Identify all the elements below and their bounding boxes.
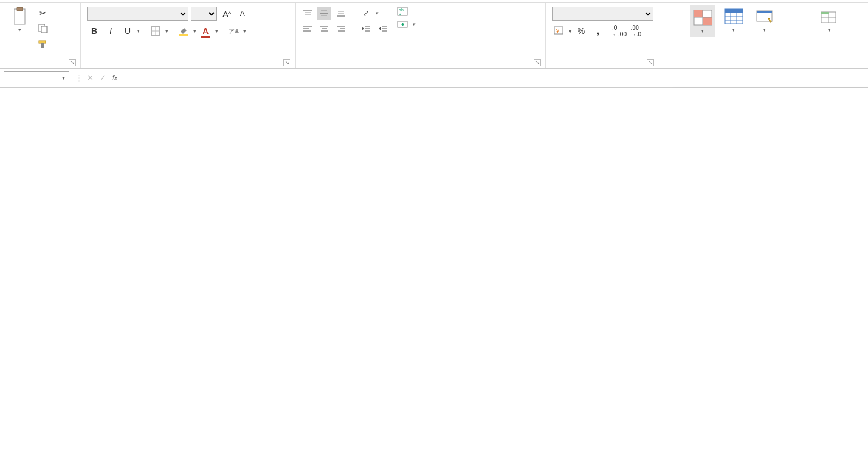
percent-button[interactable]: %: [574, 24, 588, 38]
svg-rect-46: [694, 10, 703, 17]
dotted-handle-icon: ⋮: [75, 73, 81, 82]
fx-icon[interactable]: fx: [112, 73, 117, 82]
merge-center-button[interactable]: ▾: [397, 20, 416, 29]
cut-button[interactable]: ✂: [36, 7, 50, 20]
align-right-button[interactable]: [334, 22, 348, 35]
bucket-icon: [178, 26, 189, 36]
cell-styles-icon: [755, 7, 775, 27]
phonetic-button[interactable]: ア亜: [227, 24, 241, 38]
currency-icon: ¥: [554, 26, 565, 36]
number-launcher[interactable]: ↘: [647, 59, 654, 66]
align-bottom-button[interactable]: [334, 7, 348, 20]
svg-rect-61: [822, 12, 829, 14]
svg-rect-57: [757, 11, 772, 13]
svg-marker-33: [379, 27, 381, 30]
svg-text:¥: ¥: [556, 28, 560, 34]
font-size-select[interactable]: [191, 7, 217, 21]
group-label-styles: [663, 56, 804, 67]
svg-rect-51: [725, 9, 743, 13]
format-as-table-button[interactable]: ▾: [721, 5, 746, 35]
svg-rect-3: [41, 26, 47, 33]
align-left-button[interactable]: [300, 22, 315, 35]
svg-marker-9: [181, 28, 187, 34]
wrap-text-button[interactable]: abc: [397, 7, 416, 16]
align-launcher[interactable]: ↘: [534, 59, 541, 66]
decrease-font-button[interactable]: Aˇ: [236, 7, 250, 20]
inc-decimal-button[interactable]: .0←.00: [612, 24, 627, 38]
conditional-format-button[interactable]: ▾: [690, 5, 715, 37]
currency-button[interactable]: ¥: [552, 24, 566, 38]
scissors-icon: ✂: [39, 8, 46, 18]
svg-rect-4: [39, 41, 46, 43]
wrap-icon: abc: [397, 7, 408, 16]
copy-button[interactable]: [36, 22, 50, 35]
svg-marker-42: [402, 23, 404, 26]
svg-text:c: c: [399, 11, 401, 15]
align-center-button[interactable]: [317, 22, 331, 35]
svg-rect-5: [41, 43, 44, 48]
insert-cells-button[interactable]: ▾: [817, 5, 842, 35]
svg-rect-0: [14, 9, 25, 24]
font-color-button[interactable]: A: [199, 24, 213, 38]
cancel-formula-button[interactable]: ✕: [87, 73, 94, 82]
increase-font-button[interactable]: A^: [219, 7, 234, 20]
svg-rect-47: [703, 17, 712, 25]
font-name-select[interactable]: [87, 7, 188, 21]
name-box[interactable]: ▾: [4, 71, 69, 85]
chevron-down-icon: ▾: [62, 74, 65, 81]
table-icon: [724, 7, 744, 27]
conditional-format-icon: [693, 8, 713, 28]
merge-icon: [397, 20, 408, 29]
formula-bar: ▾ ⋮ ✕ ✓ fx: [0, 69, 868, 88]
svg-rect-1: [17, 7, 23, 11]
chevron-down-icon: ▾: [18, 27, 21, 33]
underline-button[interactable]: U: [120, 24, 135, 38]
border-button[interactable]: [148, 24, 163, 38]
copy-icon: [38, 24, 48, 33]
group-label-cells: [812, 56, 847, 67]
orientation-button[interactable]: ⤢: [359, 7, 373, 20]
group-font: A^ Aˇ B I U ▾ ▾ ▾ A ▾ ア亜 ▾ ↘: [81, 3, 296, 68]
svg-rect-10: [179, 34, 188, 36]
clipboard-launcher[interactable]: ↘: [69, 59, 76, 66]
number-format-select[interactable]: [552, 7, 653, 21]
group-number: ¥▾ % , .0←.00 .00→.0 ↘: [546, 3, 659, 68]
align-middle-button[interactable]: [317, 7, 331, 20]
group-align: ⤢▾ abc ▾: [296, 3, 546, 68]
group-cells: ▾: [808, 3, 850, 68]
group-clipboard: ▾ ✂ ↘: [4, 3, 81, 68]
insert-cells-icon: [819, 7, 839, 27]
border-icon: [151, 26, 160, 36]
dec-decimal-button[interactable]: .00→.0: [629, 24, 643, 38]
group-styles: ▾ ▾ ▾: [659, 3, 808, 68]
fill-color-button[interactable]: [176, 24, 191, 38]
svg-marker-29: [362, 27, 364, 30]
paste-button[interactable]: ▾: [7, 5, 32, 35]
format-painter-button[interactable]: [36, 38, 50, 51]
font-launcher[interactable]: ↘: [283, 59, 290, 66]
brush-icon: [38, 39, 48, 49]
indent-inc-button[interactable]: [376, 22, 390, 35]
paste-icon: [10, 7, 30, 27]
indent-dec-button[interactable]: [359, 22, 373, 35]
cell-styles-button[interactable]: ▾: [752, 5, 777, 35]
accept-formula-button[interactable]: ✓: [100, 73, 106, 82]
align-top-button[interactable]: [300, 7, 315, 20]
italic-button[interactable]: I: [104, 24, 118, 38]
comma-button[interactable]: ,: [591, 24, 605, 38]
ribbon: ▾ ✂ ↘ A^ Aˇ B I U ▾: [0, 3, 868, 69]
bold-button[interactable]: B: [87, 24, 101, 38]
